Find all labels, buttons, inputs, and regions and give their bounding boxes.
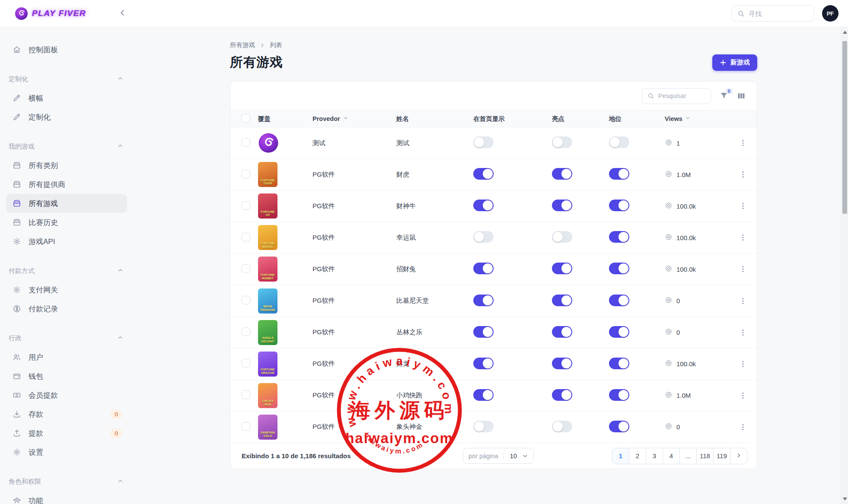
page-button-4[interactable]: 4 xyxy=(663,448,680,464)
per-page-select[interactable]: por página 10 xyxy=(463,448,534,464)
select-all-checkbox[interactable] xyxy=(242,114,250,123)
page-button-119[interactable]: 119 xyxy=(713,448,730,464)
sidebar-item-2-4[interactable]: 游戏API xyxy=(6,232,127,251)
breadcrumb-all-games[interactable]: 所有游戏 xyxy=(230,41,255,49)
status-toggle[interactable] xyxy=(609,136,629,148)
row-checkbox[interactable] xyxy=(242,359,250,368)
row-actions-button[interactable] xyxy=(739,170,747,179)
show-on-home-toggle[interactable] xyxy=(473,168,494,180)
sidebar-item-2-1[interactable]: 所有提供商 xyxy=(6,175,127,194)
filter-button[interactable]: 0 xyxy=(720,92,728,100)
sidebar-item-3-0[interactable]: 支付网关 xyxy=(6,280,127,299)
row-checkbox[interactable] xyxy=(242,138,250,147)
sidebar-item-4-4[interactable]: 提款 0 xyxy=(6,424,127,443)
column-header[interactable]: Provedor xyxy=(312,115,396,122)
avatar[interactable]: PF xyxy=(822,5,838,22)
page-button-2[interactable]: 2 xyxy=(629,448,646,464)
page-button-1[interactable]: 1 xyxy=(612,448,629,464)
row-actions-button[interactable] xyxy=(739,202,747,210)
row-checkbox[interactable] xyxy=(242,170,250,178)
page-button-3[interactable]: 3 xyxy=(646,448,663,464)
show-on-home-toggle[interactable] xyxy=(473,136,494,148)
highlight-toggle[interactable] xyxy=(552,421,572,432)
scrollbar-thumb[interactable] xyxy=(842,41,847,214)
row-actions-button[interactable] xyxy=(739,265,747,273)
highlight-toggle[interactable] xyxy=(552,358,572,369)
sidebar-item-4-3[interactable]: 存款 0 xyxy=(6,405,127,424)
row-actions-button[interactable] xyxy=(739,391,747,400)
sidebar-section-5[interactable]: 角色和权限 xyxy=(6,472,127,491)
sidebar-section-4[interactable]: 行政 xyxy=(6,329,127,348)
status-toggle[interactable] xyxy=(609,358,629,369)
column-header[interactable]: Views xyxy=(665,115,732,122)
highlight-toggle[interactable] xyxy=(552,389,572,401)
show-on-home-toggle[interactable] xyxy=(473,421,494,432)
show-on-home-toggle[interactable] xyxy=(473,295,494,306)
sidebar-item-3-1[interactable]: 付款记录 xyxy=(6,299,127,318)
show-on-home-toggle[interactable] xyxy=(473,200,494,211)
global-search[interactable] xyxy=(731,5,814,22)
row-checkbox[interactable] xyxy=(242,390,250,399)
row-actions-button[interactable] xyxy=(739,360,747,368)
sidebar-scrollbar[interactable] xyxy=(841,27,848,504)
highlight-toggle[interactable] xyxy=(552,326,572,338)
row-actions-button[interactable] xyxy=(739,297,747,305)
breadcrumb-list[interactable]: 列表 xyxy=(270,41,282,49)
brand-logo[interactable]: PLAY FIVER xyxy=(15,7,86,20)
row-checkbox[interactable] xyxy=(242,233,250,241)
row-actions-button[interactable] xyxy=(739,423,747,431)
sidebar-item-2-3[interactable]: 比赛历史 xyxy=(6,213,127,232)
row-checkbox[interactable] xyxy=(242,422,250,431)
status-toggle[interactable] xyxy=(609,326,629,338)
sidebar-section-3[interactable]: 付款方式 xyxy=(6,261,127,280)
sidebar-item-1-1[interactable]: 定制化 xyxy=(6,108,127,127)
table-search-input[interactable] xyxy=(658,92,705,99)
sidebar-item-2-0[interactable]: 所有类别 xyxy=(6,156,127,175)
next-page-button[interactable] xyxy=(730,448,747,464)
highlight-toggle[interactable] xyxy=(552,168,572,180)
highlight-toggle[interactable] xyxy=(552,295,572,306)
highlight-toggle[interactable] xyxy=(552,136,572,148)
scroll-down-arrow-icon[interactable] xyxy=(843,498,847,501)
status-toggle[interactable] xyxy=(609,263,629,274)
status-toggle[interactable] xyxy=(609,389,629,401)
row-checkbox[interactable] xyxy=(242,327,250,336)
sidebar-item-4-1[interactable]: 钱包 xyxy=(6,367,127,386)
new-game-button[interactable]: 新游戏 xyxy=(712,54,757,71)
global-search-input[interactable] xyxy=(749,10,808,17)
sidebar-item-0-0[interactable]: 控制面板 xyxy=(6,40,127,59)
show-on-home-toggle[interactable] xyxy=(473,358,494,369)
row-checkbox[interactable] xyxy=(242,264,250,273)
columns-button[interactable] xyxy=(737,92,746,100)
sidebar-collapse-button[interactable] xyxy=(118,8,127,19)
row-checkbox[interactable] xyxy=(242,201,250,210)
sidebar-item-2-2[interactable]: 所有游戏 xyxy=(6,194,127,213)
row-actions-button[interactable] xyxy=(739,139,747,147)
scroll-up-arrow-icon[interactable] xyxy=(843,31,847,34)
status-toggle[interactable] xyxy=(609,295,629,306)
sidebar-item-4-0[interactable]: 用户 xyxy=(6,348,127,367)
show-on-home-toggle[interactable] xyxy=(473,326,494,338)
row-checkbox[interactable] xyxy=(242,296,250,304)
sidebar-item-1-0[interactable]: 横幅 xyxy=(6,89,127,108)
table-search[interactable] xyxy=(642,88,711,104)
highlight-toggle[interactable] xyxy=(552,263,572,274)
status-toggle[interactable] xyxy=(609,168,629,180)
sidebar-item-4-5[interactable]: 设置 xyxy=(6,443,127,462)
highlight-toggle[interactable] xyxy=(552,200,572,211)
status-toggle[interactable] xyxy=(609,421,629,432)
highlight-toggle[interactable] xyxy=(552,231,572,243)
page-button-118[interactable]: 118 xyxy=(696,448,714,464)
sidebar-section-1[interactable]: 定制化 xyxy=(6,70,127,89)
row-actions-button[interactable] xyxy=(739,328,747,337)
sidebar-item-5-0[interactable]: 功能 xyxy=(6,491,127,504)
show-on-home-toggle[interactable] xyxy=(473,263,494,274)
status-toggle[interactable] xyxy=(609,200,629,211)
show-on-home-toggle[interactable] xyxy=(473,389,494,401)
sidebar-item-label: 付款记录 xyxy=(29,304,58,314)
status-toggle[interactable] xyxy=(609,231,629,243)
row-actions-button[interactable] xyxy=(739,233,747,242)
sidebar-section-2[interactable]: 我的游戏 xyxy=(6,137,127,156)
sidebar-item-4-2[interactable]: 会员提款 xyxy=(6,386,127,405)
show-on-home-toggle[interactable] xyxy=(473,231,494,243)
